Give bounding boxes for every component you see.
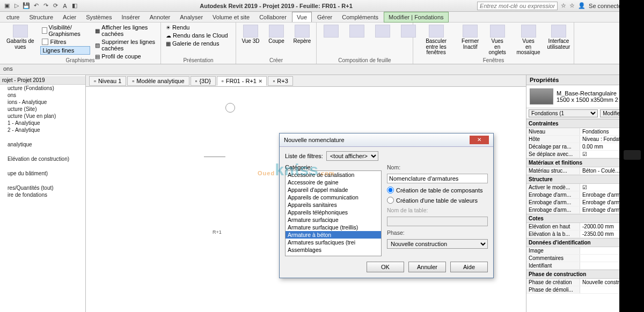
menu-tab-annoter[interactable]: Annoter: [145, 12, 175, 22]
star-icon[interactable]: ☆: [561, 2, 566, 9]
gabarits-button[interactable]: Gabarits de vues: [3, 24, 37, 51]
visibility-btn[interactable]: Visibilité/ Graphismes: [40, 24, 90, 38]
menu-tab-acier[interactable]: Acier: [58, 12, 80, 22]
browser-node[interactable]: upe du bâtiment): [0, 170, 85, 177]
category-item[interactable]: Armature à béton: [286, 231, 381, 239]
category-item[interactable]: Armatures surfaciques (trei: [286, 239, 381, 246]
window-btn[interactable]: Basculerentre les fenêtres: [416, 24, 456, 57]
menu-tab-g-rer[interactable]: Gérer: [313, 12, 336, 22]
browser-node[interactable]: 2 - Analytique: [0, 127, 85, 133]
category-item[interactable]: Accessoire de gaine: [286, 179, 381, 186]
radio-values[interactable]: Création d'une table de valeurs: [387, 197, 488, 204]
category-item[interactable]: Appareils de communication: [286, 194, 381, 201]
ribbon: Gabarits de vues Visibilité/ Graphismes …: [0, 23, 644, 64]
browser-node[interactable]: ucture (Vue en plan): [0, 113, 85, 120]
options-bar: ons: [0, 64, 644, 75]
filter-label: Liste de filtres:: [285, 153, 323, 159]
section-button[interactable]: Coupe: [265, 24, 288, 46]
browser-node[interactable]: 1 - Analytique: [0, 120, 85, 127]
open-icon[interactable]: ▷: [13, 2, 20, 10]
view3d-button[interactable]: Vue 3D: [239, 24, 262, 46]
project-browser[interactable]: rojet - Projet 2019 ucture (Fondations)o…: [0, 75, 86, 312]
prop-key: Phase de démoli...: [526, 286, 580, 293]
category-list[interactable]: Accessoire de canalisationAccessoire de …: [285, 170, 382, 256]
category-item[interactable]: Appareils sanitaires: [286, 201, 381, 209]
view-tab[interactable]: ▫R+3: [268, 76, 292, 86]
print-icon[interactable]: A: [61, 2, 69, 10]
show-hidden-btn[interactable]: ▦ Afficher les lignes cachées: [93, 24, 157, 38]
view-tab[interactable]: ▫FR01 - R+1×: [217, 76, 267, 86]
thin-lines-btn[interactable]: Lignes fines: [40, 46, 90, 55]
tablename-label: Nom de la table:: [387, 207, 488, 213]
browser-node[interactable]: ucture (Site): [0, 106, 85, 113]
browser-node[interactable]: ons: [0, 92, 85, 99]
view-tab[interactable]: ▫Modèle analytique: [127, 76, 189, 86]
callout-button[interactable]: Repère: [291, 24, 313, 46]
gallery-btn[interactable]: ▦ Galerie de rendus: [164, 40, 230, 47]
window-btn[interactable]: Interfaceutilisateur: [547, 24, 570, 51]
monitor-button: [624, 150, 641, 160]
phase-select[interactable]: Nouvelle construction: [387, 239, 488, 249]
prop-key: Matériau struc...: [526, 167, 580, 174]
signin-link[interactable]: Se connecter: [589, 3, 624, 9]
browser-node[interactable]: ire de fondations: [0, 191, 85, 198]
type-selector[interactable]: Fondations (1: [529, 109, 598, 117]
compo-btn2[interactable]: [346, 24, 368, 39]
browser-node[interactable]: res/Quantités (tout): [0, 184, 85, 191]
quick-access-toolbar: ▣ ▷ 💾 ↶ ↷ ⟳ A ◧: [3, 2, 78, 10]
cancel-button[interactable]: Annuler: [408, 262, 446, 272]
family-thumb-icon: [530, 88, 553, 105]
browser-node[interactable]: ucture (Fondations): [0, 85, 85, 92]
view-tab[interactable]: ▫{3D}: [191, 76, 216, 86]
render-btn[interactable]: ☀ Rendu: [164, 24, 230, 31]
prop-key: Phase de création: [526, 279, 580, 286]
category-item[interactable]: Armature surfacique: [286, 216, 381, 224]
prop-key: Enrobage d'arm...: [526, 191, 580, 198]
help-button[interactable]: Aide: [450, 262, 488, 272]
category-item[interactable]: Appareil d'appel malade: [286, 186, 381, 194]
cloud-render-btn[interactable]: ☁ Rendu dans le Cloud: [164, 32, 230, 39]
compo-btn1[interactable]: [320, 24, 342, 39]
redo-icon[interactable]: ↷: [42, 2, 49, 10]
sync-icon[interactable]: ⟳: [52, 2, 59, 10]
window-btn[interactable]: Vuesen mosaïque: [513, 24, 544, 57]
category-item[interactable]: Assemblages: [286, 246, 381, 254]
menu-tab-syst-mes[interactable]: Systèmes: [82, 12, 116, 22]
menu-tab-analyser[interactable]: Analyser: [175, 12, 207, 22]
menu-tab-cture[interactable]: cture: [2, 12, 24, 22]
category-item[interactable]: Accessoire de canalisation: [286, 171, 381, 179]
compo-btn3[interactable]: [371, 24, 394, 39]
name-input[interactable]: [387, 174, 488, 183]
window-btn[interactable]: FermerInactif: [459, 24, 481, 51]
undo-icon[interactable]: ↶: [32, 2, 40, 10]
browser-node[interactable]: ions - Analytique: [0, 99, 85, 106]
menu-tab-collaborer[interactable]: Collaborer: [255, 12, 291, 22]
category-item[interactable]: Armature surfacique (treillis): [286, 224, 381, 231]
remove-hidden-btn[interactable]: ▨ Supprimer les lignes cachées: [93, 38, 157, 52]
close-button[interactable]: ✕: [470, 136, 489, 144]
ok-button[interactable]: OK: [367, 262, 404, 272]
user-icon[interactable]: 👤: [578, 2, 586, 9]
menu-tab-vue[interactable]: Vue: [292, 12, 312, 22]
radio-components[interactable]: Création de table de composants: [387, 187, 488, 194]
menu-tab-modifier-fondations[interactable]: Modifier | Fondations: [384, 12, 449, 23]
menu-tab-structure[interactable]: Structure: [25, 12, 57, 22]
close-tab-icon[interactable]: ×: [259, 78, 262, 84]
menu-tab-volume-et-site[interactable]: Volume et site: [208, 12, 254, 22]
search-input[interactable]: [477, 2, 558, 10]
section-head-icon[interactable]: [225, 103, 235, 113]
filter-select[interactable]: <tout afficher>: [326, 151, 378, 161]
browser-node[interactable]: Elévation de construction): [0, 155, 85, 162]
panel-presentation: ☀ Rendu ☁ Rendu dans le Cloud ▦ Galerie …: [161, 23, 236, 64]
window-btn[interactable]: Vuesen onglets: [485, 24, 510, 57]
star-icon[interactable]: ☆: [569, 2, 575, 9]
filters-btn[interactable]: Filtres: [40, 38, 90, 46]
save-icon[interactable]: 💾: [23, 2, 30, 10]
category-item[interactable]: Appareils téléphoniques: [286, 209, 381, 216]
view-tab[interactable]: ▫Niveau 1: [89, 76, 126, 86]
graphismes-opts: Visibilité/ Graphismes Filtres Lignes fi…: [40, 24, 90, 55]
measure-icon[interactable]: ◧: [71, 2, 78, 10]
menu-tab-compl-ments[interactable]: Compléments: [338, 12, 383, 22]
browser-node[interactable]: analytique: [0, 141, 85, 148]
menu-tab-ins-rer[interactable]: Insérer: [117, 12, 144, 22]
